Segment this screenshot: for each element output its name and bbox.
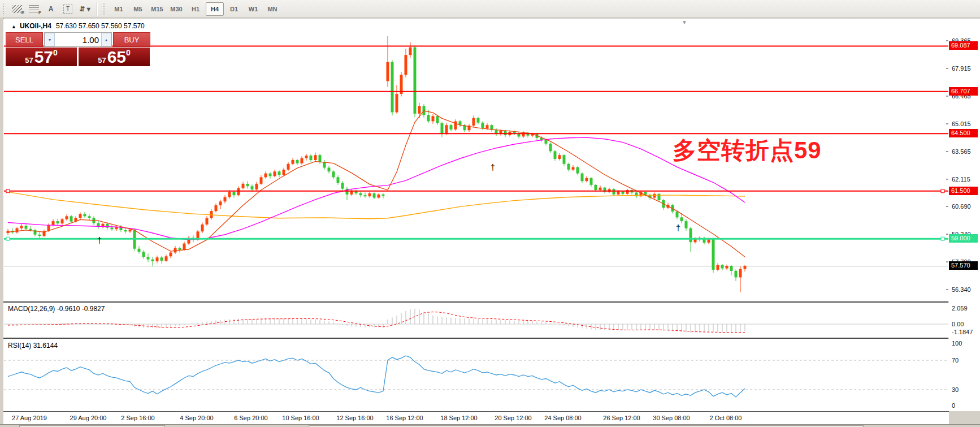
hline-price-label: 64.500 [949,129,978,137]
sell-price-prefix: 57 [25,56,33,64]
rsi-pane[interactable] [3,339,949,411]
price-tick-label: 63.565 [952,148,971,156]
buy-price-pip: 0 [126,48,131,57]
sell-button[interactable]: SELL [6,32,43,47]
date-tick-label: 30 Sep 08:00 [653,415,690,421]
svg-text:†: † [491,162,495,172]
drawing-tools-group: EFAT⇵ ▾ [8,2,93,16]
svg-text:†: † [676,223,680,232]
buy-price-prefix: 57 [98,56,106,64]
date-tick-label: 27 Aug 2019 [12,415,47,421]
date-tick-label: 18 Sep 12:00 [440,415,477,421]
rsi-axis-label: 70 [952,356,959,364]
timeframe-d1[interactable]: D1 [225,2,243,16]
arrows-tool-icon[interactable]: ⇵ ▾ [77,2,93,16]
chart-tabs-strip [0,424,980,427]
text-label-tool-icon[interactable]: A [43,2,59,16]
date-tick-label: 26 Sep 12:00 [603,415,640,421]
buy-button[interactable]: BUY [113,32,150,47]
timeframe-w1[interactable]: W1 [244,2,262,16]
price-tick-label: 65.015 [952,120,971,128]
price-tick-label: 67.915 [952,64,971,72]
one-click-trading-panel: SELL ▾ ▴ BUY 57 57 0 57 65 0 [6,32,150,66]
sell-price-pip: 0 [53,48,58,57]
collapse-panel-icon[interactable]: ▲ [11,24,16,29]
date-tick-label: 4 Sep 20:00 [180,415,213,421]
date-tick-label: 29 Aug 20:00 [70,415,107,421]
timeframe-m1[interactable]: M1 [110,2,128,16]
macd-pane[interactable] [3,303,949,338]
rsi-indicator-label: RSI(14) 31.6144 [8,342,58,350]
macd-axis-label: 0.00 [952,320,964,328]
symbol-info-line: ▲UKOil-,H457.630 57.650 57.560 57.570 [11,22,145,30]
buy-price-big: 65 [107,49,126,66]
chart-shift-icon[interactable]: ▼ [682,19,687,25]
toolbar-grip[interactable] [3,3,6,15]
toolbar-grip2[interactable] [103,3,106,15]
hline-price-label: 66.707 [949,87,978,96]
macd-axis-label: 2.059 [952,304,968,312]
date-tick-label: 16 Sep 12:00 [386,415,423,421]
volume-input[interactable] [55,33,101,46]
timeframes-group: M1M5M15M30H1H4D1W1MN [109,2,282,16]
hline-price-label: 61.500 [949,187,978,195]
date-tick-label: 24 Sep 08:00 [544,415,581,421]
sell-price-panel[interactable]: 57 57 0 [6,48,77,66]
volume-increase-icon[interactable]: ▴ [101,33,111,46]
date-tick-label: 6 Sep 20:00 [234,415,267,421]
svg-text:†: † [97,235,102,245]
volume-stepper: ▾ ▴ [44,32,112,47]
price-axis[interactable]: 69.36567.91566.46565.01563.56562.11560.6… [949,19,980,411]
volume-decrease-icon[interactable]: ▾ [45,33,55,46]
date-axis[interactable]: 27 Aug 201929 Aug 20:002 Sep 16:004 Sep … [3,411,949,425]
hline-price-label: 59.000 [949,234,978,243]
date-tick-label: 10 Sep 16:00 [282,415,319,421]
rsi-axis-label: 100 [952,339,962,347]
text-tool-icon[interactable]: T [60,2,76,16]
equidistant-channel-tool-icon[interactable]: E [9,2,25,16]
macd-axis-label: -1.1847 [952,328,973,336]
symbol-name: UKOil-,H4 [20,22,51,30]
current-price-label: 57.570 [949,261,978,270]
date-tick-label: 2 Oct 08:00 [710,415,742,421]
rsi-axis-label: 30 [952,386,959,394]
date-tick-label: 2 Sep 16:00 [121,415,154,421]
price-tick-label: 56.340 [952,286,971,294]
sell-price-big: 57 [34,49,53,66]
date-tick-label: 20 Sep 12:00 [495,415,531,421]
hline-price-label: 69.087 [949,41,978,50]
timeframe-h4[interactable]: H4 [206,2,224,16]
macd-indicator-label: MACD(12,26,9) -0.9610 -0.9827 [8,305,105,313]
price-tick-label: 60.690 [952,202,971,210]
toolbar-separator [97,2,97,16]
timeframe-mn[interactable]: MN [263,2,281,16]
rsi-axis-label: 0 [952,402,955,409]
timeframe-m5[interactable]: M5 [129,2,147,16]
timeframe-h1[interactable]: H1 [187,2,205,16]
timeframe-m15[interactable]: M15 [148,2,166,16]
price-tick-label: 62.115 [952,175,970,183]
date-tick-label: 12 Sep 16:00 [336,415,373,421]
fibonacci-tool-icon[interactable]: F [26,2,42,16]
buy-price-panel[interactable]: 57 65 0 [79,48,150,66]
timeframe-m30[interactable]: M30 [167,2,185,16]
mt4-terminal: EFAT⇵ ▾ M1M5M15M30H1H4D1W1MN ††† ▲UKOil-… [0,0,980,427]
toolbar: EFAT⇵ ▾ M1M5M15M30H1H4D1W1MN [0,0,980,18]
chinese-annotation-text: 多空转折点59 [673,135,822,166]
symbol-ohlc-values: 57.630 57.650 57.560 57.570 [56,22,145,30]
